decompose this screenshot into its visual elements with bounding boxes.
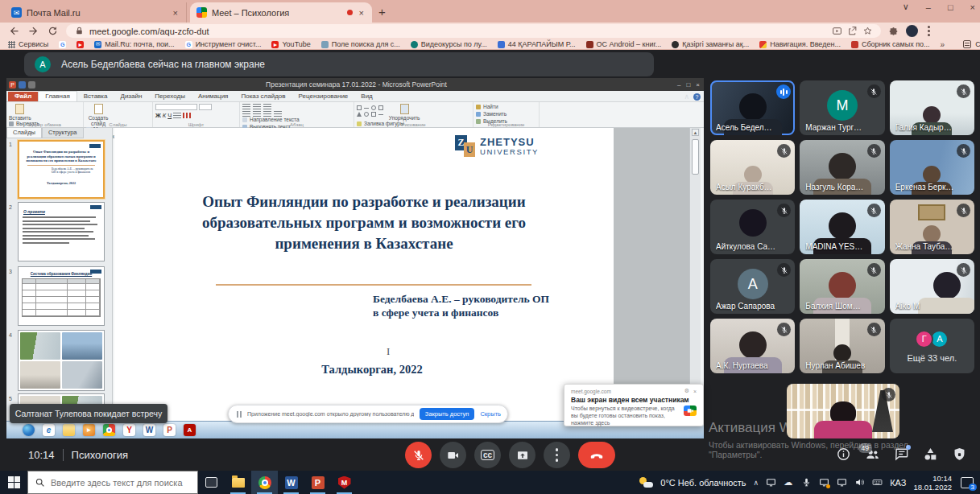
reading-list-button[interactable]: Список для чтения [955,40,980,48]
panel-tab-slides[interactable]: Слайды [6,128,42,138]
taskbar-word-button[interactable]: W [278,471,304,494]
slide-thumbnail-4[interactable] [18,330,105,391]
paste-button[interactable]: Вставить [9,104,31,121]
ppt-minimize-button[interactable]: – [677,81,680,89]
keyboard-icon[interactable] [872,477,883,488]
taskbar-search[interactable] [27,471,198,494]
ppt-tab-insert[interactable]: Вставка [77,92,114,101]
profile-avatar[interactable] [906,25,918,37]
ppt-tab-home[interactable]: Главная [38,91,76,101]
forward-icon[interactable] [27,25,39,37]
participant-tile[interactable]: Айткулова Сагадат [710,200,795,254]
bookmark-services[interactable]: Сервисы [8,40,48,48]
participant-tile[interactable]: М Маржан Турганова [800,80,884,135]
scrollbar-thumb[interactable] [692,139,699,175]
extensions-puzzle-icon[interactable] [888,26,899,36]
bookmark-item[interactable]: Сборник самых по... [851,40,930,48]
notification-close-icon[interactable]: × [693,389,697,394]
leave-call-button[interactable] [578,442,615,468]
taskbar-clock[interactable]: 10:14 18.01.2022 [913,474,952,492]
bookmark-item[interactable]: GИнструмент очист... [185,40,262,48]
tray-expand-icon[interactable]: ∧ [754,479,759,487]
ppt-tab-design[interactable]: Дизайн [114,92,148,101]
address-bar[interactable]: meet.google.com/aqu-zcfo-dut [66,24,881,38]
font-name-select[interactable] [155,104,197,110]
participant-tile[interactable]: Жанна Таубалди... [890,200,974,254]
save-icon[interactable] [19,81,26,89]
bookmark-item[interactable]: ✉Mail.Ru: почта, пои... [94,40,174,48]
display-notification-icon[interactable] [819,477,829,488]
cast-icon[interactable] [766,477,776,488]
hide-share-bar-button[interactable]: Скрыть [480,410,502,418]
taskbar-search-input[interactable] [51,478,191,488]
arrange-button[interactable]: Упорядочить [389,104,420,121]
task-view-button[interactable] [198,471,225,494]
weather-icon[interactable] [639,477,653,488]
screen-visible-notification[interactable]: meet.google.com ⚙ × Ваш экран виден всем… [564,384,704,426]
shapes-gallery[interactable] [357,104,384,117]
taskbar-chrome-button[interactable] [251,471,278,494]
help-icon[interactable]: ? [693,93,701,101]
stop-sharing-button[interactable]: Закрыть доступ [420,408,475,420]
underline-button[interactable]: Ч [167,112,172,119]
font-size-select[interactable] [199,104,212,110]
participant-tile[interactable]: Нурлан Абишев [800,319,884,373]
media-control-icon[interactable] [832,26,842,36]
slide-thumbnail-3[interactable]: Система образования Финляндии [18,266,105,326]
ppt-tab-transitions[interactable]: Переходы [148,92,192,101]
bookmark-item[interactable]: Поле поиска для с... [321,40,400,48]
slide-thumbnail-1[interactable]: Опыт Финляндии по разработке и реализаци… [18,140,105,199]
ppt-maximize-button[interactable]: □ [686,81,690,89]
font-effects-buttons[interactable] [173,113,181,118]
replace-button[interactable]: Заменить [476,111,507,117]
bookmark-item[interactable]: Қазіргі заманғы ақ... [672,40,749,48]
tab-close-icon[interactable]: × [358,8,366,18]
bookmark-favicon-youtube[interactable]: ► [76,41,84,48]
maximize-button[interactable]: □ [948,2,953,12]
browser-menu-icon[interactable] [925,26,932,36]
share-icon[interactable] [847,26,858,36]
minimize-button[interactable]: – [926,2,931,12]
back-icon[interactable] [8,25,20,37]
slide-thumbnail-2[interactable]: О проекте [18,202,105,261]
notification-settings-icon[interactable]: ⚙ [684,388,689,394]
ppt-tab-file[interactable]: Файл [8,92,38,101]
ppt-tab-view[interactable]: Вид [354,92,378,101]
volume-icon[interactable] [854,477,865,488]
participant-tile[interactable]: Асыл Куракбаева [710,140,795,195]
more-options-button[interactable] [544,442,570,468]
justify-button[interactable] [274,111,282,117]
start-button[interactable] [0,471,27,494]
participant-tile[interactable]: Еркеназ Беркинб... [890,140,974,195]
ppt-tab-slideshow[interactable]: Показ слайдов [234,92,292,101]
bookmark-item[interactable]: ►YouTube [271,40,310,48]
tab-mail[interactable]: ✉ Почта Mail.ru × [5,2,187,23]
tab-close-icon[interactable]: × [172,8,180,18]
participant-tile[interactable]: А.К. Нуртаева [710,319,795,373]
bullets-button[interactable] [242,104,250,109]
participant-tile[interactable]: Асель Беделбаева [710,80,795,135]
self-view-tile[interactable] [787,384,899,438]
bookmarks-overflow-chevron[interactable]: » [941,40,945,49]
indent-buttons[interactable] [263,104,271,109]
numbering-button[interactable] [253,104,261,109]
participant-tile[interactable]: Назгуль Корабае... [800,140,884,195]
italic-button[interactable]: К [163,112,166,119]
taskbar-mcafee-button[interactable]: M [331,471,358,494]
ppt-scrollbar[interactable]: ▲ ▼ [689,128,701,421]
captions-button[interactable]: cc [474,442,501,468]
participant-tile[interactable]: Галия Кадырбае... [890,80,974,135]
tab-search-icon[interactable]: ∨ [903,2,909,12]
language-indicator[interactable]: КАЗ [890,478,906,488]
bookmark-item[interactable]: 44 ҚАРАПАЙЫМ Р... [498,40,576,48]
present-button[interactable] [509,442,535,468]
reload-icon[interactable] [47,25,59,37]
microphone-tray-icon[interactable] [801,477,812,488]
ribbon-collapse-icon[interactable]: ∧ [684,93,689,101]
close-button[interactable]: × [970,2,975,12]
participant-tile[interactable]: А Ажар Сапарова [710,259,795,314]
action-center-icon[interactable]: 3 [961,477,974,488]
network-icon[interactable] [837,477,847,488]
participant-tile[interactable]: Aiko M [890,259,974,314]
bold-button[interactable]: Ж [155,112,161,119]
